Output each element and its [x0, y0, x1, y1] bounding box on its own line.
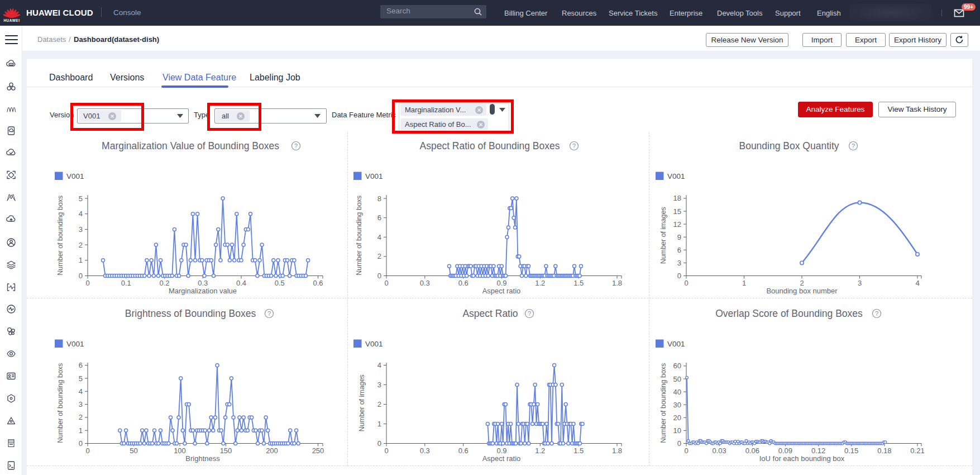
svg-text:1.8: 1.8 [612, 446, 622, 455]
svg-text:0: 0 [384, 279, 388, 287]
svg-text:Number of images: Number of images [358, 374, 366, 431]
svg-text:30: 30 [673, 401, 681, 409]
svg-text:1: 1 [377, 420, 381, 428]
svg-text:3: 3 [79, 225, 83, 234]
svg-text:0: 0 [85, 446, 89, 455]
svg-text:0.5: 0.5 [275, 279, 285, 287]
svg-text:Number of bounding boxs: Number of bounding boxs [659, 363, 667, 443]
svg-text:0: 0 [85, 279, 89, 287]
svg-text:250: 250 [312, 446, 324, 455]
svg-text:60: 60 [673, 362, 681, 370]
svg-text:Number of bounding boxs: Number of bounding boxs [355, 196, 363, 276]
svg-text:0.1: 0.1 [121, 279, 131, 287]
svg-text:Number of bounding boxs: Number of bounding boxs [56, 363, 64, 443]
svg-text:Overlap Score of Bounding Boxe: Overlap Score of Bounding Boxes [715, 308, 863, 319]
svg-text:0.3: 0.3 [420, 279, 430, 287]
svg-text:0.12: 0.12 [811, 446, 825, 455]
svg-text:Marginalization value: Marginalization value [169, 287, 237, 295]
svg-text:0: 0 [377, 439, 381, 448]
svg-text:4: 4 [79, 387, 83, 396]
svg-text:3: 3 [677, 259, 681, 267]
svg-text:2: 2 [377, 252, 381, 260]
svg-text:150: 150 [220, 446, 232, 455]
svg-text:V001: V001 [365, 172, 383, 180]
svg-text:4: 4 [377, 233, 381, 241]
svg-text:1.5: 1.5 [573, 446, 584, 455]
svg-text:1.5: 1.5 [573, 279, 584, 287]
svg-text:0.06: 0.06 [745, 446, 759, 455]
svg-text:0.6: 0.6 [458, 279, 469, 287]
svg-text:3: 3 [377, 381, 381, 389]
svg-text:8: 8 [377, 194, 381, 203]
svg-text:V001: V001 [667, 340, 685, 348]
svg-text:2: 2 [800, 279, 804, 287]
svg-text:0.3: 0.3 [198, 279, 208, 287]
svg-text:20: 20 [673, 414, 681, 422]
svg-text:4: 4 [915, 279, 919, 287]
svg-text:?: ? [875, 310, 878, 317]
svg-text:0: 0 [79, 439, 83, 448]
svg-text:1.2: 1.2 [535, 279, 545, 287]
svg-text:2: 2 [79, 241, 83, 249]
svg-text:12: 12 [673, 220, 681, 229]
svg-text:0: 0 [79, 272, 83, 280]
svg-text:2: 2 [79, 413, 83, 421]
svg-text:0.09: 0.09 [778, 446, 792, 455]
svg-text:Brightness: Brightness [185, 454, 220, 463]
svg-text:5: 5 [79, 374, 83, 383]
svg-text:2: 2 [377, 400, 381, 408]
svg-text:0.21: 0.21 [910, 446, 924, 455]
svg-text:1: 1 [79, 256, 83, 264]
svg-text:0.2: 0.2 [159, 279, 169, 287]
svg-text:Aspect Ratio: Aspect Ratio [462, 308, 518, 319]
svg-text:Aspect Ratio of Bounding Boxes: Aspect Ratio of Bounding Boxes [420, 140, 560, 151]
svg-text:1.2: 1.2 [535, 446, 545, 455]
svg-text:50: 50 [673, 375, 681, 383]
svg-text:0: 0 [677, 439, 681, 448]
svg-text:6: 6 [377, 213, 381, 222]
svg-text:15: 15 [673, 207, 681, 216]
svg-text:5: 5 [79, 194, 83, 203]
svg-text:IoU for each bounding box: IoU for each bounding box [759, 454, 845, 463]
svg-text:Number of bounding boxs: Number of bounding boxs [56, 196, 64, 276]
svg-text:V001: V001 [667, 172, 685, 180]
svg-text:6: 6 [677, 246, 681, 254]
svg-text:3: 3 [858, 279, 862, 287]
svg-text:V001: V001 [66, 172, 84, 180]
svg-text:0: 0 [384, 446, 388, 455]
svg-text:0.03: 0.03 [712, 446, 726, 455]
svg-text:9: 9 [677, 233, 681, 241]
svg-text:Number of images: Number of images [659, 207, 667, 264]
svg-text:0.15: 0.15 [844, 446, 858, 455]
svg-text:0: 0 [684, 446, 688, 455]
svg-text:Bounding Box Quantity: Bounding Box Quantity [739, 140, 839, 151]
svg-text:?: ? [294, 142, 298, 149]
svg-text:0: 0 [684, 279, 688, 287]
svg-text:Brightness of Bounding Boxes: Brightness of Bounding Boxes [125, 308, 256, 319]
svg-text:1: 1 [79, 426, 83, 435]
svg-text:1.8: 1.8 [612, 279, 622, 287]
svg-text:Aspect ratio: Aspect ratio [482, 287, 521, 295]
svg-text:200: 200 [266, 446, 278, 455]
svg-text:?: ? [852, 142, 855, 149]
svg-text:18: 18 [673, 194, 681, 202]
svg-text:4: 4 [79, 210, 83, 218]
svg-text:10: 10 [673, 426, 681, 435]
svg-text:?: ? [572, 142, 576, 149]
svg-text:0.6: 0.6 [313, 279, 323, 287]
svg-text:V001: V001 [66, 340, 84, 348]
svg-text:?: ? [267, 310, 271, 317]
svg-text:V001: V001 [365, 340, 383, 348]
svg-text:0.9: 0.9 [496, 279, 506, 287]
svg-text:100: 100 [174, 446, 186, 455]
svg-text:3: 3 [79, 400, 83, 408]
svg-text:0: 0 [677, 272, 681, 280]
svg-text:Aspect ratio: Aspect ratio [482, 454, 521, 463]
svg-text:4: 4 [377, 361, 381, 369]
svg-text:0.6: 0.6 [458, 446, 469, 455]
svg-text:0.9: 0.9 [496, 446, 506, 455]
svg-text:0.4: 0.4 [236, 279, 246, 287]
svg-text:?: ? [528, 310, 531, 317]
svg-text:0: 0 [377, 272, 381, 280]
svg-text:Bounding box number: Bounding box number [766, 287, 838, 295]
